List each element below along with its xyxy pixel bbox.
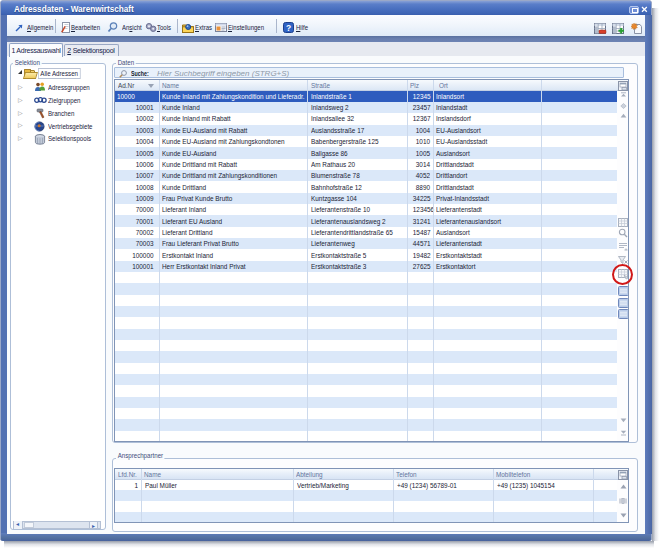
svg-text:?: ? [286, 23, 291, 33]
